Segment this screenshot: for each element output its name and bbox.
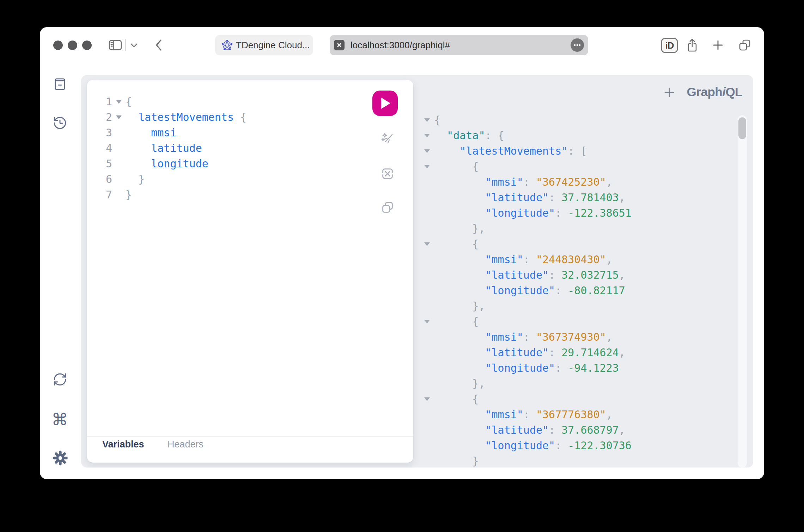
- code-token: [434, 439, 485, 452]
- fold-spacer: [424, 407, 431, 422]
- query-line: 1{: [87, 94, 413, 110]
- fold-spacer: [424, 267, 431, 283]
- code-token: 37.781403: [561, 191, 619, 204]
- code-text: "longitude": -80.82117: [434, 283, 625, 298]
- fold-arrow[interactable]: [424, 236, 431, 252]
- tdengine-favicon-icon: [221, 39, 233, 51]
- response-scrollbar[interactable]: [738, 115, 747, 468]
- code-token: :: [549, 346, 561, 359]
- code-token: [434, 145, 459, 157]
- line-number: 3: [87, 125, 112, 141]
- query-line: 2 latestMovements {: [87, 110, 413, 125]
- code-token: mmsi: [151, 126, 176, 139]
- settings-gear-icon[interactable]: [53, 450, 68, 466]
- tab-headers[interactable]: Headers: [168, 439, 203, 450]
- code-token: {: [434, 315, 479, 328]
- line-number: 7: [87, 187, 112, 203]
- new-tab-icon[interactable]: [713, 40, 723, 50]
- scrollbar-thumb[interactable]: [738, 117, 746, 139]
- code-token: :: [555, 362, 568, 374]
- browser-window: TDengine Cloud... localhost:3000/graphiq…: [40, 27, 764, 479]
- docs-icon[interactable]: [53, 77, 67, 92]
- fold-spacer: [112, 172, 126, 187]
- code-token: "244830430": [536, 253, 606, 266]
- code-token: "data": [447, 129, 485, 142]
- tab-variables[interactable]: Variables: [102, 439, 144, 450]
- code-token: "mmsi": [485, 253, 523, 266]
- chevron-down-icon[interactable]: [130, 43, 138, 48]
- code-token: -80.82117: [568, 284, 625, 297]
- code-token: :: [523, 176, 536, 188]
- code-token: :: [549, 269, 561, 281]
- code-token: -122.30736: [568, 439, 632, 452]
- code-token: :: [523, 408, 536, 421]
- code-text: "mmsi": "367425230",: [434, 174, 613, 190]
- code-token: ,: [619, 346, 625, 359]
- fold-arrow[interactable]: [424, 159, 431, 174]
- keyboard-shortcuts-icon[interactable]: ⌘: [51, 410, 68, 429]
- fold-spacer: [424, 329, 431, 345]
- line-number: 1: [87, 94, 112, 110]
- code-token: "latitude": [485, 191, 549, 204]
- code-token: ,: [619, 191, 625, 204]
- merge-fragments-icon[interactable]: [380, 167, 395, 181]
- fold-arrow[interactable]: [424, 128, 431, 143]
- browser-tab-tdengine[interactable]: TDengine Cloud...: [215, 35, 313, 55]
- query-line: 3 mmsi: [87, 125, 413, 141]
- fold-arrow[interactable]: [112, 110, 126, 125]
- back-icon[interactable]: [155, 39, 162, 51]
- code-text: {: [434, 112, 440, 128]
- code-token: :: [523, 331, 536, 343]
- sidebar-toggle-icon[interactable]: [108, 39, 122, 51]
- code-token: [434, 331, 485, 343]
- more-options-icon[interactable]: [571, 38, 584, 52]
- prettify-icon[interactable]: [380, 132, 395, 146]
- query-line: 6 }: [87, 172, 413, 187]
- copy-query-icon[interactable]: [380, 200, 395, 215]
- code-token: "latitude": [485, 346, 549, 359]
- history-icon[interactable]: [53, 116, 67, 130]
- fold-arrow[interactable]: [424, 314, 431, 329]
- code-token: }: [434, 455, 479, 467]
- tab-title: TDengine Cloud...: [236, 40, 310, 51]
- line-number: 2: [87, 110, 112, 125]
- traffic-light-close[interactable]: [53, 41, 63, 50]
- code-token: [126, 126, 151, 139]
- code-token: -94.1223: [568, 362, 619, 374]
- code-text: "longitude": -122.30736: [434, 438, 632, 453]
- code-token: ,: [606, 253, 613, 266]
- fold-arrow[interactable]: [424, 112, 431, 128]
- toolbar-separator: [125, 39, 126, 51]
- code-text: "latestMovements": [: [434, 143, 587, 159]
- code-text: },: [434, 376, 485, 391]
- fold-arrow[interactable]: [424, 391, 431, 407]
- code-token: "367425230": [536, 176, 606, 188]
- code-token: [434, 129, 447, 142]
- code-token: ,: [619, 424, 625, 436]
- fold-spacer: [424, 298, 431, 314]
- fold-arrow[interactable]: [112, 94, 126, 110]
- url-bar[interactable]: localhost:3000/graphiql#: [330, 35, 588, 55]
- code-token: [434, 253, 485, 266]
- line-number: 5: [87, 156, 112, 172]
- code-token: ,: [619, 269, 625, 281]
- code-token: "latestMovements": [459, 145, 568, 157]
- traffic-light-zoom[interactable]: [82, 41, 92, 50]
- code-token: "longitude": [485, 362, 555, 374]
- fold-spacer: [424, 376, 431, 391]
- code-token: [434, 424, 485, 436]
- query-line: 5 longitude: [87, 156, 413, 172]
- code-text: "latitude": 32.032715,: [434, 267, 625, 283]
- fold-arrow[interactable]: [424, 143, 431, 159]
- graphiql-session-area: GraphiQL { "data": { "latestMovements": …: [81, 75, 753, 468]
- traffic-light-minimize[interactable]: [68, 41, 77, 50]
- onepassword-extension-icon[interactable]: iD: [661, 38, 678, 53]
- tab-overview-icon[interactable]: [738, 39, 751, 51]
- query-editor[interactable]: 1{2 latestMovements {3 mmsi4 latitude5 l…: [87, 80, 413, 203]
- share-icon[interactable]: [686, 38, 699, 52]
- code-text: }: [126, 187, 132, 203]
- execute-query-button[interactable]: [372, 91, 398, 116]
- code-text: },: [434, 221, 485, 236]
- refresh-schema-icon[interactable]: [53, 372, 67, 387]
- code-token: {: [126, 95, 132, 108]
